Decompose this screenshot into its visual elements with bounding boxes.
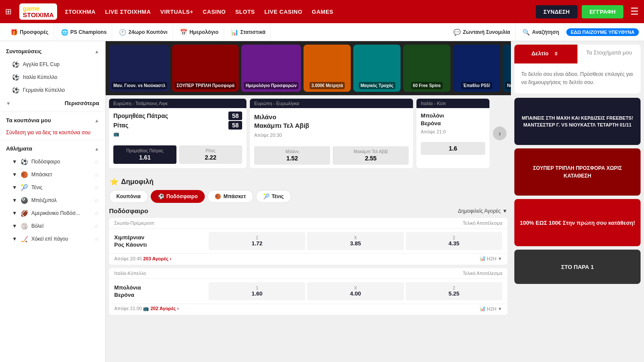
match-row-1: Μπολόνια Βερόνα 1 1.60 Χ 4.00 2 [109,279,507,304]
sec-chat-label: Ζωντανή Συνομιλία [463,29,510,35]
pop-tab-coupons[interactable]: Κουπόνια [109,190,148,203]
h2h-btn-1[interactable]: 📊 H2H ▼ [480,306,502,311]
match-more-0[interactable]: 203 Αγορές › [143,256,171,261]
match-time-0: Απόψε 20:45 203 Αγορές › [114,256,171,261]
pop-tab-tennis[interactable]: 🎾 Τένις [256,190,291,203]
promo-banner-3[interactable]: ΣΤΟ ΠΑΡΑ 1 [514,250,641,284]
sidebar-item-england-efl[interactable]: ⚽ Αγγλία EFL Cup [0,58,105,71]
login-button[interactable]: ΣΥΝΔΕΣΗ [536,5,577,18]
shortcuts-header[interactable]: Συντομεύσεις ▲ [0,45,105,58]
hockey-star[interactable]: ☆ [94,236,99,242]
popular-tabs: Κουπόνια ⚽ Ποδόσφαιρο 🏀 Μπάσκετ 🎾 Τένις [109,190,507,203]
responsible-gaming-badge[interactable]: ΕΔΩ ΠΑΙΖΟΥΜΕ ΥΠΕΥΘΥΝΑ [566,28,639,36]
promo-banner-1[interactable]: ΣΟΥΠΕΡ ΤΡΙΠΛΗ ΠΡΟΣΦΟΡΑ ΧΩΡΙΣ ΚΑΤΑΘΕΣΗ [514,148,641,196]
match-header-0: Σκωτία-Πρέμιερσιπ Τελικό Αποτέλεσμα [109,218,507,229]
sports-header[interactable]: Αθλήματα ▲ [0,142,105,155]
amfootball-star[interactable]: ☆ [94,210,99,217]
live-match-card-0[interactable]: Ευρώπη - Τσάμπιονς Λιγκ Προμηθέας Πάτρας… [109,99,246,168]
live-match-footer-2: 1.6 [416,139,489,158]
register-button[interactable]: ΕΓΓΡΑΦΗ [582,5,623,18]
promo-card-2[interactable]: Ημερολόγιο Προσφορών [241,45,301,92]
odds-btn-0-1[interactable]: Ρίτας 2.22 [179,145,242,164]
betslip-tab-label: Δελτίο [532,50,549,57]
promo-banner-2[interactable]: 100% ΕΩΣ 100€ Στην πρώτη σου κατάθεση! [514,199,641,246]
live-match-card-2[interactable]: Ιταλία - Κύπ Μπολόνι Βερόνα Απόψε 21:0 1… [416,99,489,168]
sidebar-item-baseball[interactable]: ▼ 🎱 Μπέιζμπολ ☆ [0,194,105,207]
sec-item-ps-champions[interactable]: 🌐 PS Champions [56,23,112,41]
sec-item-calendar[interactable]: 📅 Ημερολόγιο [175,23,224,41]
match-odds-btn-0-1[interactable]: Χ 3.85 [307,232,404,250]
teams-col-1: Μπολόνια Βερόνα [114,284,209,298]
nav-live-casino[interactable]: LIVE CASINO [264,9,303,15]
sec-item-search[interactable]: 🔍 Αναζήτηση [517,23,565,41]
promo-card-7[interactable]: Νικητής Εβδομάδας [503,45,511,92]
hockey-label: Χόκεϊ επί πάγου [31,236,68,242]
promo-card-1[interactable]: ΣΟΥΠΕΡ ΤΡΙΠΛΗ Προσφορά [172,45,239,92]
popular-markets-toggle[interactable]: Δημοφιλείς Αγορές ▼ [458,208,507,214]
h2h-btn-0[interactable]: 📊 H2H ▼ [480,256,502,261]
promo-card-0[interactable]: Μαν. Γιουν. vs Νιούκαστλ [109,45,170,92]
hamburger-icon[interactable]: ☰ [630,6,639,17]
sidebar-item-tennis[interactable]: ▼ 🎾 Τένις ☆ [0,181,105,194]
sidebar-item-hockey[interactable]: ▼ 🏒 Χόκεϊ επί πάγου ☆ [0,232,105,245]
promo-card-label-5: 60 Free Spins [411,82,443,89]
odds-label-m1-0: 1 [256,286,258,290]
login-for-coupons[interactable]: Σύνδεση για να δεις τα κουπόνια σου [0,127,105,138]
match-market-0: Τελικό Αποτέλεσμα [463,220,502,226]
match-more-1[interactable]: 202 Αγορές › [151,306,179,311]
betslip-tab-my-bets[interactable]: Τα Στοιχήματά μου [577,45,641,63]
sec-item-24h-coupon[interactable]: 🕐 24ωρο Κουπόνι [114,23,173,41]
pop-tab-basketball[interactable]: 🏀 Μπάσκετ [207,190,253,203]
odds-value-0-1: 2.22 [205,154,216,161]
baseball-star[interactable]: ☆ [94,197,99,204]
nav-stoixima[interactable]: ΣΤΟΙΧΗΜΑ [65,9,96,15]
nav-games[interactable]: GAMES [312,9,333,15]
live-match-body-0: Προμηθέας Πάτρας 58 Ρίτας 58 📺 [109,108,246,142]
match-time-2: Απόψε 21:0 [421,129,485,134]
sec-ps-label: PS Champions [70,29,107,35]
logo[interactable]: gameSTOIXIMA [19,3,57,20]
match-odds-btn-1-2[interactable]: 2 5.25 [406,282,502,300]
promo-card-3[interactable]: 3.000€ Μετρητά [304,45,351,92]
nav-virtuals[interactable]: VIRTUALS+ [160,9,193,15]
sidebar-item-american-football[interactable]: ▼ 🏈 Αμερικάνικο Ποδόσ... ☆ [0,207,105,220]
soccer-icon-3: ⚽ [12,87,19,94]
live-strip-next-btn[interactable]: › [493,127,507,140]
promo-banner-0[interactable]: ΜΠΑΙΝΕΙΣ ΣΤΗ ΜΑΧΗ ΚΑΙ ΚΕΡΔΙΖΕΙΣ FREEBETS… [514,98,641,145]
betslip-tab-main[interactable]: Δελτίο 0 [514,45,577,63]
match-odds-btn-1-1[interactable]: Χ 4.00 [307,282,404,300]
football-star[interactable]: ☆ [94,159,99,165]
nav-casino[interactable]: CASINO [203,9,226,15]
tennis-star[interactable]: ☆ [94,184,99,191]
basketball-star[interactable]: ☆ [94,172,99,178]
nav-slots[interactable]: SLOTS [235,9,255,15]
promo-card-4[interactable]: Μαγικός Τροχός [353,45,401,92]
match-odds-btn-0-0[interactable]: 1 1.72 [209,232,305,250]
sec-item-statistics[interactable]: 📊 Στατιστικά [226,23,271,41]
volleyball-star[interactable]: ☆ [94,223,99,229]
login-link-text[interactable]: Σύνδεση [6,130,26,136]
pop-tab-football[interactable]: ⚽ Ποδόσφαιρο [151,190,205,203]
odds-btn-1-1[interactable]: Μακάμπι Τελ Αβίβ 2.55 [333,146,409,165]
sidebar-item-volleyball[interactable]: ▼ 🏐 Βόλεϊ ☆ [0,220,105,232]
match-odds-btn-0-2[interactable]: 2 4.35 [406,232,502,250]
nav-live-stoixima[interactable]: LIVE ΣΤΟΙΧΗΜΑ [105,9,151,15]
match-odds-btn-1-0[interactable]: 1 1.60 [209,282,305,300]
promo-card-5[interactable]: 60 Free Spins [403,45,450,92]
odds-btn-1-0[interactable]: Μιλάνο 1.52 [254,146,330,165]
grid-icon[interactable]: ⊞ [5,7,12,16]
more-label: Περισσότερα [64,100,99,106]
more-section[interactable]: ▼ Περισσότερα [0,97,105,110]
sidebar-item-football[interactable]: ▼ ⚽ Ποδόσφαιρο ☆ [0,155,105,168]
sidebar-item-basketball[interactable]: ▼ 🏀 Μπάσκετ ☆ [0,168,105,181]
sec-item-offers[interactable]: 🎁 Προσφορές [5,23,54,41]
live-match-card-1[interactable]: Ευρώπη - Ευρωλίγκα Μιλάνο Μακάμπι Τελ Αβ… [250,99,413,168]
sec-item-live-chat[interactable]: 💬 Ζωντανή Συνομιλία [448,23,516,41]
promo-card-6[interactable]: Έπαθλο PS5! [453,45,500,92]
betslip-tab2-label: Τα Στοιχήματά μου [586,49,632,56]
odds-btn-2-0[interactable]: 1.6 [421,142,485,155]
odds-btn-0-0[interactable]: Προμηθέας Πάτρας 1.61 [113,145,176,164]
my-coupons-header[interactable]: Τα κουπόνια μου ▲ [0,114,105,127]
sidebar-item-germany-cup[interactable]: ⚽ Γερμανία Κύπελλο [0,84,105,97]
sidebar-item-italy-cup[interactable]: ⚽ Ιταλία Κύπελλο [0,71,105,84]
